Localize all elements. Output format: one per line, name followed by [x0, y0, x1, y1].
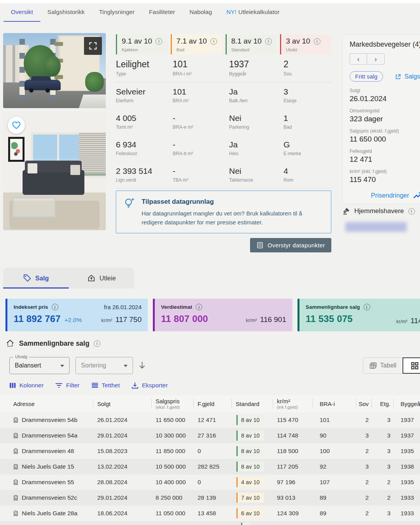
- cell-floor: 3: [372, 510, 394, 517]
- bush: [85, 72, 104, 91]
- sidebar-field-label: Salgspris (ekskl. f.gjeld): [350, 128, 420, 134]
- price-changes-link[interactable]: Prisendringer 5: [371, 191, 420, 200]
- column-header-sublabel: (ink f.gjeld): [277, 405, 313, 410]
- info-icon[interactable]: i: [156, 38, 162, 45]
- column-header[interactable]: F.gjeld: [194, 395, 232, 412]
- top-nav: Oversikt Salgshistorikk Tinglysninger Fa…: [11, 9, 280, 22]
- table-row[interactable]: Drammensveien 55 28.08.2024 10 400 000 0…: [0, 474, 420, 490]
- columns-button[interactable]: Kolonner: [9, 382, 44, 389]
- cell-shared-debt: 27 316: [194, 432, 232, 439]
- info-icon[interactable]: i: [265, 38, 272, 45]
- detail-label: Parkering: [229, 124, 284, 130]
- grid-view-button[interactable]: [402, 357, 420, 374]
- cell-standard: 8 av 10: [232, 462, 273, 472]
- cell-price-per-m2: 97 196: [273, 479, 313, 486]
- interior-photo[interactable]: [3, 112, 106, 230]
- detail-label: TBA m²: [173, 177, 229, 183]
- column-header[interactable]: Standard: [232, 395, 273, 412]
- sort-dropdown[interactable]: Sortering: [75, 357, 133, 374]
- cell-shared-debt: 13 458: [194, 510, 232, 517]
- column-header[interactable]: Sov: [356, 395, 372, 412]
- cell-bedrooms: 3: [356, 432, 372, 439]
- column-header[interactable]: Solgt: [93, 395, 152, 412]
- density-button[interactable]: Tetthet: [91, 382, 120, 389]
- cell-floor: 3: [372, 432, 394, 439]
- column-header[interactable]: BRA-i: [313, 395, 356, 412]
- info-icon[interactable]: i: [196, 304, 202, 310]
- info-icon[interactable]: i: [314, 38, 320, 45]
- sort-direction-button[interactable]: [138, 360, 147, 370]
- detail-label: Etasje: [284, 98, 331, 103]
- tab-tinglysninger[interactable]: Tinglysninger: [99, 9, 135, 22]
- info-icon[interactable]: i: [408, 208, 415, 215]
- export-button[interactable]: Eksporter: [131, 382, 168, 389]
- override-button-label: Overstyr datapunkter: [268, 242, 325, 248]
- tab-fasiliteter[interactable]: Fasiliteter: [149, 9, 175, 22]
- column-header[interactable]: Salgspris (eksl. f.gjeld): [152, 395, 194, 412]
- rating-label: Standard: [231, 47, 274, 52]
- detail-rows: Selveier Eierform 101 BRA m² Ja Balk./te…: [116, 82, 331, 188]
- override-datapoints-button[interactable]: Overstyr datapunkter: [250, 238, 331, 252]
- table-view-button[interactable]: Tabell: [363, 357, 403, 374]
- detail-label: Byggeår: [229, 71, 284, 77]
- sale-type-pill[interactable]: Fritt salg: [350, 71, 383, 82]
- fullscreen-button[interactable]: [84, 37, 102, 55]
- table-row[interactable]: Drammensveien 54b 26.01.2024 11 650 000 …: [0, 412, 420, 428]
- favorite-button[interactable]: [8, 117, 25, 134]
- cell-bedrooms: 3: [356, 463, 372, 470]
- column-header-label: Standard: [236, 401, 273, 407]
- next-button[interactable]: ›: [367, 53, 385, 65]
- filter-button[interactable]: Filter: [55, 382, 79, 389]
- building-icon: [13, 448, 18, 454]
- sidebar-field-label: Solgt: [350, 88, 420, 93]
- window-blinds: [79, 132, 106, 173]
- prev-button[interactable]: ‹: [350, 53, 367, 65]
- info-icon[interactable]: i: [210, 38, 217, 45]
- column-header[interactable]: Adresse: [9, 395, 93, 412]
- tab-utleie[interactable]: Utleie: [69, 268, 135, 289]
- column-header[interactable]: Etg.: [372, 395, 394, 412]
- detail-cell: 101 BRA m²: [173, 87, 229, 103]
- cell-build-year: 1938: [394, 463, 420, 470]
- tab-oversikt[interactable]: Oversikt: [11, 9, 33, 22]
- arrow-down-icon: [138, 360, 147, 370]
- info-icon[interactable]: i: [94, 340, 100, 347]
- cell-sale-price: 10 300 000: [152, 432, 194, 439]
- density-icon: [91, 383, 98, 388]
- info-icon[interactable]: i: [364, 304, 370, 310]
- stat-boxes: Indeksert pris i fra 26.01.2024 11 892 7…: [5, 299, 420, 331]
- detail-cell: 101 BRA-i m²: [173, 59, 229, 77]
- rating-score: 7.1 av 10: [177, 37, 207, 46]
- selection-dropdown[interactable]: Utvalg Balansert: [9, 357, 70, 374]
- tab-salg-label: Salg: [35, 275, 49, 282]
- fullscreen-icon: [89, 42, 97, 50]
- white-patch: [79, 94, 106, 108]
- tab-salgshistorikk[interactable]: Salgshistorikk: [47, 9, 85, 22]
- standard-chip: 6 av 10: [236, 508, 264, 518]
- tab-salg[interactable]: Salg: [3, 268, 69, 289]
- sale-ad-link[interactable]: Salgsar: [395, 73, 420, 80]
- trend-icon: 5: [413, 191, 420, 200]
- cell-build-year: 1937: [394, 432, 420, 439]
- detail-cell: 4 Rom: [284, 166, 331, 183]
- cell-bedrooms: 2: [356, 510, 372, 517]
- table-row[interactable]: Niels Juels Gate 15 13.02.2024 10 500 00…: [0, 459, 420, 474]
- column-header[interactable]: Byggeår: [394, 395, 420, 412]
- table-row[interactable]: Drammensveien 54a 29.01.2024 10 300 000 …: [0, 428, 420, 443]
- detail-label: Takterrasse: [229, 177, 284, 183]
- tab-nabolag[interactable]: Nabolag: [189, 9, 212, 22]
- column-header-label: BRA-i: [320, 401, 356, 407]
- table-row[interactable]: Drammensveien 52c 29.01.2024 8 250 000 2…: [0, 490, 420, 506]
- info-icon[interactable]: i: [52, 304, 58, 310]
- tab-utleiekalkulator[interactable]: NY!Utleiekalkulator: [226, 9, 280, 22]
- cell-floor: 2: [372, 494, 394, 501]
- column-header-label: Salgspris: [156, 398, 194, 404]
- table-row[interactable]: Drammensveien 48 15.08.2023 11 850 000 0…: [0, 443, 420, 459]
- comparables-controls: Utvalg Balansert Sortering Tabell: [0, 355, 420, 376]
- column-header[interactable]: kr/m² (ink f.gjeld): [273, 395, 313, 412]
- street-view-photo[interactable]: [3, 33, 106, 108]
- cell-sold-date: 29.01.2024: [93, 432, 152, 439]
- table-row[interactable]: Niels Juels Gate 28a 18.06.2024 11 050 0…: [0, 506, 420, 521]
- detail-value: 101: [173, 87, 229, 96]
- detail-cell: Ja Balk./terr.: [229, 87, 284, 103]
